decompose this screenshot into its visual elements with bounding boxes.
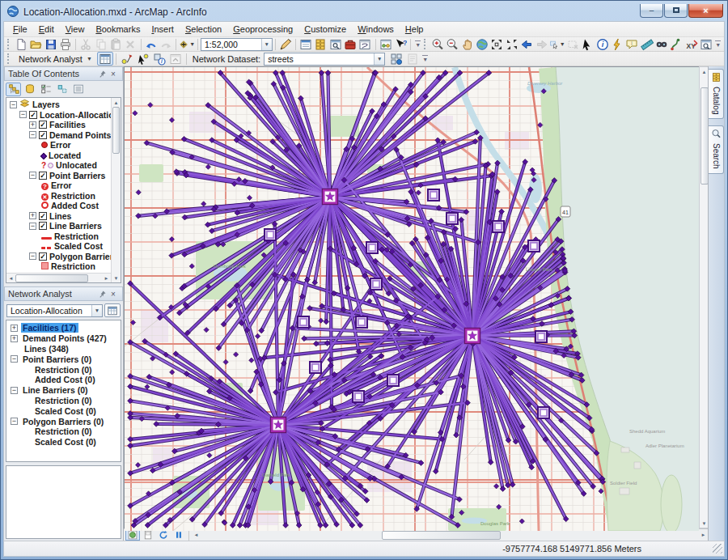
menu-item-selection[interactable]: Selection	[180, 23, 227, 36]
html-popup-icon[interactable]: i	[624, 37, 639, 51]
tree-expander-icon[interactable]: −	[11, 387, 18, 394]
toc-item-point-barriers[interactable]: −✓Point Barriers	[8, 171, 121, 181]
list-by-drawing-order-icon[interactable]	[6, 83, 21, 96]
toc-item-error[interactable]: ?Error	[8, 180, 121, 191]
map-scale-combo[interactable]: 1:52,000▼	[201, 38, 273, 51]
tree-expander-icon[interactable]: +	[11, 335, 18, 342]
toc-item-added-cost[interactable]: Added Cost	[8, 201, 121, 211]
whats-this-icon[interactable]: ?	[393, 37, 408, 51]
toc-item-demand-points[interactable]: −✓Demand Points	[8, 130, 121, 141]
editor-toolbar-icon[interactable]	[278, 37, 293, 51]
toc-item-layers[interactable]: −Layers	[8, 100, 121, 110]
menu-item-help[interactable]: Help	[400, 23, 430, 36]
arctoolbox-window-icon[interactable]	[343, 37, 358, 51]
redo-icon[interactable]	[159, 37, 173, 51]
menu-item-geoprocessing[interactable]: Geoprocessing	[227, 23, 298, 36]
map-horizontal-scrollbar[interactable]	[204, 530, 699, 541]
measure-icon[interactable]	[640, 37, 654, 51]
toc-item-restriction[interactable]: ✕Restriction	[8, 191, 121, 202]
catalog-window-icon[interactable]	[313, 37, 328, 51]
na-close-icon[interactable]: ×	[108, 288, 119, 299]
hscroll-thumb[interactable]	[382, 531, 501, 540]
na-item-point-barriers-0-[interactable]: −Point Barriers (0)	[8, 354, 121, 364]
tree-expander-icon[interactable]: +	[29, 212, 36, 219]
na-layer-select-arrow[interactable]: ▼	[91, 305, 102, 316]
fixed-zoom-in-icon[interactable]	[489, 37, 504, 51]
network-identify-icon[interactable]: i	[151, 52, 167, 66]
toc-item-line-barriers[interactable]: −✓Line Barriers	[8, 221, 121, 231]
directions-window-icon[interactable]	[167, 52, 184, 66]
toc-pin-icon[interactable]	[96, 68, 108, 79]
back-icon[interactable]	[519, 37, 534, 51]
tree-expander-icon[interactable]: −	[29, 223, 36, 230]
hyperlink-icon[interactable]	[610, 37, 624, 51]
layer-checkbox[interactable]: ✓	[39, 131, 47, 139]
layer-checkbox[interactable]: ✓	[39, 252, 47, 261]
menu-item-view[interactable]: View	[60, 23, 91, 36]
tree-expander-icon[interactable]: −	[11, 355, 18, 363]
toc-item-located[interactable]: Located	[8, 151, 121, 161]
list-by-visibility-icon[interactable]	[38, 83, 53, 96]
na-item-scaled-cost-0-[interactable]: Scaled Cost (0)	[8, 405, 121, 416]
add-data-icon[interactable]: ▼	[179, 37, 195, 51]
model-builder-icon[interactable]	[379, 37, 393, 51]
menu-item-windows[interactable]: Windows	[352, 23, 400, 36]
na-item-line-barriers-0-[interactable]: −Line Barriers (0)	[8, 385, 121, 396]
toc-item-unlocated[interactable]: ?Unlocated	[8, 160, 121, 171]
network-dataset-combo[interactable]: streets▼	[264, 53, 385, 66]
map-view[interactable]: Diversey HarborLincoln ParkHumboldt Park…	[124, 66, 699, 528]
create-network-location-icon[interactable]	[119, 52, 135, 66]
tree-expander-icon[interactable]: −	[29, 131, 36, 138]
tree-expander-icon[interactable]: +	[29, 121, 36, 129]
na-item-restriction-0-[interactable]: Restriction (0)	[8, 364, 121, 375]
na-item-demand-points-427-[interactable]: +Demand Points (427)	[8, 333, 121, 344]
toc-item-restriction[interactable]: Restriction	[8, 231, 121, 242]
resize-grip[interactable]	[713, 544, 722, 554]
zoom-in-icon[interactable]	[430, 37, 445, 51]
delete-icon[interactable]	[123, 37, 138, 51]
paste-icon[interactable]	[108, 37, 123, 51]
maximize-button[interactable]	[664, 4, 688, 18]
toc-item-restriction[interactable]: Restriction	[8, 261, 121, 272]
toc-item-scaled-cost[interactable]: Scaled Cost	[8, 241, 121, 252]
find-route-icon[interactable]	[669, 37, 684, 51]
na-item-lines-348-[interactable]: Lines (348)	[8, 344, 121, 354]
directions-icon[interactable]	[404, 52, 421, 66]
tree-expander-icon[interactable]: −	[11, 418, 18, 425]
cut-icon[interactable]	[78, 37, 93, 51]
go-to-xy-icon[interactable]: XY	[684, 37, 699, 51]
full-extent-icon[interactable]	[475, 37, 489, 51]
print-icon[interactable]	[58, 37, 73, 51]
na-item-scaled-cost-0-[interactable]: Scaled Cost (0)	[8, 437, 121, 448]
tree-expander-icon[interactable]: −	[29, 252, 36, 260]
table-of-contents-window-icon[interactable]	[298, 37, 313, 51]
layer-checkbox[interactable]: ✓	[39, 222, 47, 230]
minimize-button[interactable]: –	[640, 4, 663, 18]
na-item-polygon-barriers-0-[interactable]: −Polygon Barriers (0)	[8, 416, 121, 426]
na-layer-select[interactable]: Location-Allocation ▼	[6, 304, 103, 317]
options-menu-icon[interactable]	[70, 83, 86, 96]
select-network-locations-icon[interactable]	[135, 52, 151, 66]
fixed-zoom-out-icon[interactable]	[505, 37, 519, 51]
na-pin-icon[interactable]	[96, 288, 108, 299]
na-properties-button[interactable]	[104, 303, 121, 317]
copy-icon[interactable]	[93, 37, 108, 51]
new-document-icon[interactable]	[14, 37, 28, 51]
menu-item-edit[interactable]: Edit	[33, 23, 60, 36]
identify-icon[interactable]: i	[595, 37, 609, 51]
tree-expander-icon[interactable]: +	[11, 325, 18, 332]
menu-item-bookmarks[interactable]: Bookmarks	[90, 23, 146, 36]
menu-item-file[interactable]: File	[7, 23, 33, 36]
refresh-icon[interactable]	[156, 530, 171, 541]
network-analyst-menu[interactable]: Network Analyst▼	[14, 53, 97, 65]
na-item-restriction-0-[interactable]: Restriction (0)	[8, 396, 121, 406]
side-tab-catalog[interactable]: Catalog	[709, 69, 724, 119]
scroll-left-icon[interactable]: ◄	[192, 531, 201, 540]
pause-icon[interactable]	[171, 530, 186, 541]
layer-checkbox[interactable]: ✓	[39, 172, 47, 180]
menu-item-insert[interactable]: Insert	[146, 23, 180, 36]
toc-close-icon[interactable]: ×	[108, 68, 119, 79]
viewer-window-icon[interactable]	[699, 37, 713, 51]
list-by-selection-icon[interactable]	[54, 83, 70, 96]
save-icon[interactable]	[43, 37, 57, 51]
